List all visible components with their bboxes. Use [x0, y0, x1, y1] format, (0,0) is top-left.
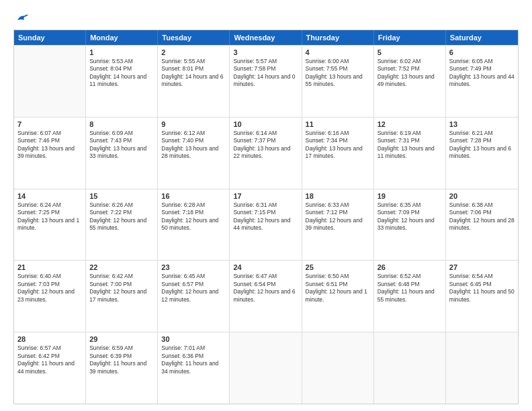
calendar: Sunday Monday Tuesday Wednesday Thursday…: [13, 30, 519, 404]
week-row-1: 1Sunrise: 5:53 AM Sunset: 8:04 PM Daylig…: [14, 45, 518, 117]
cell-info: Sunrise: 6:52 AM Sunset: 6:48 PM Dayligh…: [378, 273, 442, 304]
calendar-cell: [302, 332, 374, 404]
calendar-cell: 16Sunrise: 6:28 AM Sunset: 7:18 PM Dayli…: [158, 189, 230, 261]
calendar-cell: 30Sunrise: 7:01 AM Sunset: 6:36 PM Dayli…: [158, 332, 230, 404]
cell-info: Sunrise: 6:59 AM Sunset: 6:39 PM Dayligh…: [89, 345, 154, 375]
page: Sunday Monday Tuesday Wednesday Thursday…: [0, 0, 532, 411]
calendar-cell: 8Sunrise: 6:09 AM Sunset: 7:43 PM Daylig…: [86, 118, 158, 189]
day-number: 6: [449, 48, 515, 56]
cell-info: Sunrise: 5:55 AM Sunset: 8:01 PM Dayligh…: [161, 58, 226, 89]
day-number: 25: [306, 263, 370, 271]
calendar-cell: 27Sunrise: 6:54 AM Sunset: 6:45 PM Dayli…: [446, 261, 518, 332]
day-number: 28: [17, 335, 82, 343]
day-number: 18: [306, 192, 370, 200]
cell-info: Sunrise: 6:31 AM Sunset: 7:15 PM Dayligh…: [233, 201, 298, 232]
cell-info: Sunrise: 6:26 AM Sunset: 7:22 PM Dayligh…: [89, 201, 154, 232]
calendar-cell: 29Sunrise: 6:59 AM Sunset: 6:39 PM Dayli…: [86, 332, 158, 404]
day-number: 13: [449, 120, 515, 128]
cell-info: Sunrise: 6:16 AM Sunset: 7:34 PM Dayligh…: [306, 130, 370, 161]
cell-info: Sunrise: 6:54 AM Sunset: 6:45 PM Dayligh…: [449, 273, 515, 304]
day-number: 5: [378, 48, 442, 56]
calendar-cell: 10Sunrise: 6:14 AM Sunset: 7:37 PM Dayli…: [230, 118, 302, 189]
calendar-cell: 5Sunrise: 6:02 AM Sunset: 7:52 PM Daylig…: [374, 46, 446, 117]
calendar-body: 1Sunrise: 5:53 AM Sunset: 8:04 PM Daylig…: [14, 45, 518, 404]
calendar-cell: 21Sunrise: 6:40 AM Sunset: 7:03 PM Dayli…: [14, 261, 86, 332]
day-number: 11: [306, 120, 370, 128]
cell-info: Sunrise: 5:53 AM Sunset: 8:04 PM Dayligh…: [89, 58, 154, 89]
calendar-cell: 19Sunrise: 6:35 AM Sunset: 7:09 PM Dayli…: [374, 189, 446, 261]
day-number: 7: [17, 120, 82, 128]
cell-info: Sunrise: 6:40 AM Sunset: 7:03 PM Dayligh…: [17, 273, 82, 304]
header-thursday: Thursday: [302, 30, 374, 45]
calendar-cell: 26Sunrise: 6:52 AM Sunset: 6:48 PM Dayli…: [374, 261, 446, 332]
cell-info: Sunrise: 6:19 AM Sunset: 7:31 PM Dayligh…: [378, 130, 442, 161]
day-number: 21: [17, 263, 82, 271]
cell-info: Sunrise: 6:24 AM Sunset: 7:25 PM Dayligh…: [17, 201, 82, 232]
header-tuesday: Tuesday: [158, 30, 230, 45]
calendar-cell: 28Sunrise: 6:57 AM Sunset: 6:42 PM Dayli…: [14, 332, 86, 404]
calendar-cell: 9Sunrise: 6:12 AM Sunset: 7:40 PM Daylig…: [158, 118, 230, 189]
header-saturday: Saturday: [446, 30, 518, 45]
week-row-3: 14Sunrise: 6:24 AM Sunset: 7:25 PM Dayli…: [14, 189, 518, 261]
cell-info: Sunrise: 6:02 AM Sunset: 7:52 PM Dayligh…: [378, 58, 442, 89]
calendar-cell: [374, 332, 446, 404]
day-number: 16: [161, 192, 226, 200]
cell-info: Sunrise: 6:33 AM Sunset: 7:12 PM Dayligh…: [306, 201, 370, 232]
day-number: 14: [17, 192, 82, 200]
calendar-cell: 1Sunrise: 5:53 AM Sunset: 8:04 PM Daylig…: [86, 46, 158, 117]
day-number: 22: [89, 263, 154, 271]
day-number: 2: [161, 48, 226, 56]
logo-bird-icon: [15, 12, 30, 27]
day-number: 24: [233, 263, 298, 271]
day-number: 4: [306, 48, 370, 56]
cell-info: Sunrise: 6:12 AM Sunset: 7:40 PM Dayligh…: [161, 130, 226, 161]
cell-info: Sunrise: 6:00 AM Sunset: 7:55 PM Dayligh…: [306, 58, 370, 89]
calendar-cell: 12Sunrise: 6:19 AM Sunset: 7:31 PM Dayli…: [374, 118, 446, 189]
calendar-cell: [230, 332, 302, 404]
day-number: 20: [449, 192, 515, 200]
cell-info: Sunrise: 6:45 AM Sunset: 6:57 PM Dayligh…: [161, 273, 226, 304]
header: [13, 12, 519, 24]
calendar-cell: 6Sunrise: 6:05 AM Sunset: 7:49 PM Daylig…: [446, 46, 518, 117]
week-row-4: 21Sunrise: 6:40 AM Sunset: 7:03 PM Dayli…: [14, 260, 518, 332]
day-number: 29: [89, 335, 154, 343]
cell-info: Sunrise: 6:50 AM Sunset: 6:51 PM Dayligh…: [306, 273, 370, 304]
week-row-2: 7Sunrise: 6:07 AM Sunset: 7:46 PM Daylig…: [14, 117, 518, 189]
calendar-cell: 3Sunrise: 5:57 AM Sunset: 7:58 PM Daylig…: [230, 46, 302, 117]
day-number: 10: [233, 120, 298, 128]
calendar-cell: [446, 332, 518, 404]
cell-info: Sunrise: 6:21 AM Sunset: 7:28 PM Dayligh…: [449, 130, 515, 161]
header-monday: Monday: [86, 30, 158, 45]
day-number: 17: [233, 192, 298, 200]
cell-info: Sunrise: 6:14 AM Sunset: 7:37 PM Dayligh…: [233, 130, 298, 161]
day-number: 9: [161, 120, 226, 128]
day-number: 1: [89, 48, 154, 56]
day-number: 3: [233, 48, 298, 56]
cell-info: Sunrise: 6:28 AM Sunset: 7:18 PM Dayligh…: [161, 201, 226, 232]
header-friday: Friday: [374, 30, 446, 45]
calendar-cell: 20Sunrise: 6:38 AM Sunset: 7:06 PM Dayli…: [446, 189, 518, 261]
calendar-cell: 4Sunrise: 6:00 AM Sunset: 7:55 PM Daylig…: [302, 46, 374, 117]
calendar-cell: 14Sunrise: 6:24 AM Sunset: 7:25 PM Dayli…: [14, 189, 86, 261]
cell-info: Sunrise: 6:07 AM Sunset: 7:46 PM Dayligh…: [17, 130, 82, 161]
cell-info: Sunrise: 6:38 AM Sunset: 7:06 PM Dayligh…: [449, 201, 515, 232]
calendar-cell: 2Sunrise: 5:55 AM Sunset: 8:01 PM Daylig…: [158, 46, 230, 117]
day-number: 8: [89, 120, 154, 128]
cell-info: Sunrise: 6:09 AM Sunset: 7:43 PM Dayligh…: [89, 130, 154, 161]
calendar-cell: 24Sunrise: 6:47 AM Sunset: 6:54 PM Dayli…: [230, 261, 302, 332]
day-number: 15: [89, 192, 154, 200]
cell-info: Sunrise: 6:47 AM Sunset: 6:54 PM Dayligh…: [233, 273, 298, 304]
day-number: 23: [161, 263, 226, 271]
calendar-cell: 25Sunrise: 6:50 AM Sunset: 6:51 PM Dayli…: [302, 261, 374, 332]
header-sunday: Sunday: [14, 30, 86, 45]
calendar-cell: 11Sunrise: 6:16 AM Sunset: 7:34 PM Dayli…: [302, 118, 374, 189]
calendar-cell: 23Sunrise: 6:45 AM Sunset: 6:57 PM Dayli…: [158, 261, 230, 332]
day-number: 27: [449, 263, 515, 271]
week-row-5: 28Sunrise: 6:57 AM Sunset: 6:42 PM Dayli…: [14, 332, 518, 404]
cell-info: Sunrise: 5:57 AM Sunset: 7:58 PM Dayligh…: [233, 58, 298, 89]
cell-info: Sunrise: 6:42 AM Sunset: 7:00 PM Dayligh…: [89, 273, 154, 304]
header-wednesday: Wednesday: [230, 30, 302, 45]
logo: [13, 12, 30, 24]
cell-info: Sunrise: 6:05 AM Sunset: 7:49 PM Dayligh…: [449, 58, 515, 89]
calendar-cell: 15Sunrise: 6:26 AM Sunset: 7:22 PM Dayli…: [86, 189, 158, 261]
